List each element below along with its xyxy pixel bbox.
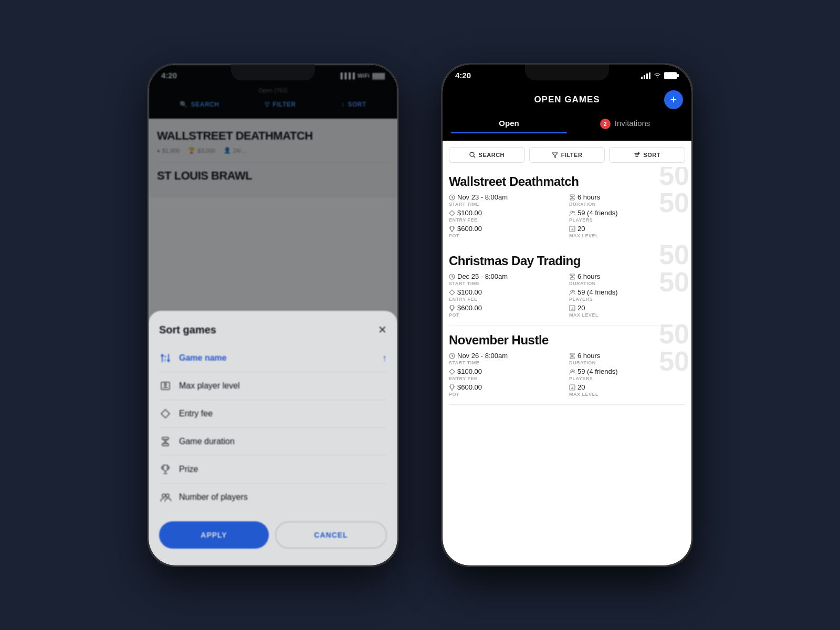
players-icon bbox=[159, 491, 172, 503]
svg-rect-8 bbox=[641, 77, 643, 79]
svg-point-3 bbox=[164, 383, 166, 385]
players-value-1: 59 (4 friends) bbox=[569, 209, 685, 217]
detail-start-time-1: Nov 23 - 8:00am START TIME bbox=[449, 193, 565, 207]
detail-pot-2: $600.00 POT bbox=[449, 304, 565, 318]
close-button[interactable]: ✕ bbox=[378, 323, 387, 336]
svg-text:A: A bbox=[164, 355, 167, 358]
sort-button[interactable]: SORT bbox=[609, 147, 685, 163]
sort-entry-fee-label: Entry fee bbox=[179, 409, 213, 418]
sort-az-icon: A Z bbox=[159, 352, 172, 364]
svg-point-32 bbox=[573, 370, 575, 371]
invitations-badge: 2 bbox=[600, 119, 611, 129]
clock-icon bbox=[449, 194, 455, 201]
search-tool-icon bbox=[469, 152, 476, 158]
modal-header: Sort games ✕ bbox=[159, 323, 387, 336]
clock-icon-3 bbox=[449, 353, 455, 359]
sort-option-max-level[interactable]: Max player level bbox=[159, 372, 387, 400]
sort-option-prize-left: Prize bbox=[159, 463, 198, 476]
hourglass-icon-3 bbox=[569, 353, 575, 359]
battery-icon bbox=[664, 72, 679, 79]
modal-title: Sort games bbox=[159, 324, 216, 336]
sort-max-level-label: Max player level bbox=[179, 381, 240, 391]
scene: 4:20 ▐▐▐▐ WiFi ▓▓▓ Open (763) 🔍 SEARCH bbox=[0, 0, 840, 630]
search-tool-label: SEARCH bbox=[479, 152, 505, 158]
svg-rect-23 bbox=[570, 274, 574, 276]
game-details-2: Dec 25 - 8:00am START TIME 6 hours DURAT… bbox=[449, 272, 685, 318]
tab-invitations[interactable]: 2 Invitations bbox=[567, 112, 683, 133]
tab-open-label: Open bbox=[499, 119, 519, 128]
detail-players-2: 59 (4 friends) PLAYERS bbox=[569, 288, 685, 302]
sort-option-duration[interactable]: Game duration bbox=[159, 428, 387, 456]
clock-icon-2 bbox=[449, 274, 455, 280]
apply-button[interactable]: APPLY bbox=[159, 521, 269, 549]
sort-duration-label: Game duration bbox=[179, 437, 235, 446]
header-title-row: OPEN GAMES + bbox=[451, 87, 683, 112]
wifi-icon bbox=[653, 72, 662, 79]
svg-rect-29 bbox=[570, 353, 574, 355]
filter-tool-label: FILTER bbox=[561, 152, 583, 158]
level-icon-3 bbox=[569, 384, 575, 391]
svg-point-25 bbox=[571, 290, 573, 292]
sort-modal: Sort games ✕ A bbox=[149, 311, 397, 565]
entry-fee-value-1: $100.00 bbox=[449, 209, 565, 217]
diamond-icon-3 bbox=[449, 369, 455, 375]
sort-option-entry-fee-left: Entry fee bbox=[159, 407, 213, 420]
right-screen: 4:20 bbox=[443, 65, 691, 565]
svg-text:Z: Z bbox=[164, 359, 166, 362]
svg-rect-5 bbox=[162, 444, 169, 446]
detail-max-level-3: 20 MAX LEVEL bbox=[569, 383, 685, 397]
detail-entry-fee-2: $100.00 ENTRY FEE bbox=[449, 288, 565, 302]
level-icon-2 bbox=[569, 305, 575, 311]
detail-pot-3: $600.00 POT bbox=[449, 383, 565, 397]
right-time: 4:20 bbox=[455, 71, 471, 80]
hourglass-icon-2 bbox=[569, 274, 575, 280]
detail-pot-1: $600.00 POT bbox=[449, 225, 565, 238]
svg-rect-30 bbox=[570, 357, 574, 359]
svg-point-7 bbox=[166, 494, 169, 497]
svg-point-14 bbox=[470, 152, 474, 156]
detail-duration-3: 6 hours DURATION bbox=[569, 352, 685, 365]
sort-option-players-left: Number of players bbox=[159, 491, 248, 503]
add-button[interactable]: + bbox=[664, 90, 683, 109]
sort-arrow-icon: ↑ bbox=[382, 353, 387, 364]
svg-point-19 bbox=[571, 211, 573, 213]
tab-invitations-label: Invitations bbox=[615, 119, 650, 128]
game-card-1: 5050 Wallstreet Deathmatch Nov 23 - 8:00… bbox=[449, 167, 685, 246]
sort-option-entry-fee[interactable]: Entry fee bbox=[159, 400, 387, 428]
players-icon-3 bbox=[569, 369, 575, 375]
svg-rect-12 bbox=[664, 72, 677, 79]
sort-option-game-name-left: A Z Game name bbox=[159, 352, 227, 364]
filter-button[interactable]: FILTER bbox=[529, 147, 605, 163]
trophy-small-icon bbox=[449, 226, 455, 232]
left-phone: 4:20 ▐▐▐▐ WiFi ▓▓▓ Open (763) 🔍 SEARCH bbox=[147, 63, 399, 567]
diamond-icon-2 bbox=[449, 289, 455, 296]
svg-rect-24 bbox=[570, 278, 574, 279]
cancel-button[interactable]: CANCEL bbox=[275, 521, 387, 549]
sort-option-prize[interactable]: Prize bbox=[159, 456, 387, 484]
start-time-value-1: Nov 23 - 8:00am bbox=[449, 193, 565, 201]
toolbar: SEARCH FILTER SORT bbox=[443, 141, 691, 167]
right-status-icons bbox=[641, 72, 679, 79]
search-button[interactable]: SEARCH bbox=[449, 147, 525, 163]
detail-duration-2: 6 hours DURATION bbox=[569, 272, 685, 286]
detail-entry-fee-3: $100.00 ENTRY FEE bbox=[449, 368, 565, 381]
svg-rect-13 bbox=[677, 74, 679, 77]
hourglass-small-icon bbox=[569, 194, 575, 201]
sort-option-players[interactable]: Number of players bbox=[159, 484, 387, 511]
detail-players-1: 59 (4 friends) PLAYERS bbox=[569, 209, 685, 223]
max-level-value-1: 20 bbox=[569, 225, 685, 233]
modal-overlay: Sort games ✕ A bbox=[149, 65, 397, 565]
left-notch bbox=[231, 65, 315, 80]
tab-open[interactable]: Open bbox=[451, 112, 567, 133]
game-details-1: Nov 23 - 8:00am START TIME 6 hours DURAT… bbox=[449, 193, 685, 238]
games-list: 5050 Wallstreet Deathmatch Nov 23 - 8:00… bbox=[443, 167, 691, 565]
game-name-1: Wallstreet Deathmatch bbox=[449, 174, 685, 189]
sort-game-name-label: Game name bbox=[179, 353, 227, 363]
svg-rect-10 bbox=[646, 74, 648, 79]
hourglass-icon bbox=[159, 435, 172, 448]
page-title: OPEN GAMES bbox=[534, 94, 600, 105]
sort-players-label: Number of players bbox=[179, 492, 248, 502]
filter-tool-icon bbox=[552, 152, 558, 158]
svg-rect-18 bbox=[570, 198, 574, 200]
sort-option-game-name[interactable]: A Z Game name ↑ bbox=[159, 344, 387, 372]
